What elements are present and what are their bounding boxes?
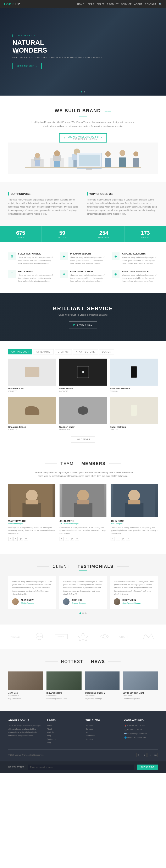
- test-dot-1[interactable]: [79, 613, 81, 614]
- hero-dot-2[interactable]: [84, 91, 85, 92]
- member-gp-2[interactable]: g+: [121, 537, 125, 541]
- tab-design[interactable]: Design: [99, 349, 114, 354]
- member-fb-1[interactable]: f: [60, 537, 64, 541]
- svg-rect-3: [35, 160, 40, 166]
- footer-pages-title: PAGES: [47, 719, 80, 721]
- news-thumb-1: [46, 672, 81, 690]
- logo-up: UP: [15, 2, 20, 6]
- hero-prev-arrow[interactable]: ‹: [14, 50, 19, 54]
- hero-eyebrow: DISCOVERY OF: [12, 34, 103, 37]
- stat-1: 675 LOREM: [0, 226, 41, 242]
- svg-point-20: [133, 151, 138, 156]
- feature-sliders-text: Premium Sliders There are many variation…: [70, 252, 106, 265]
- read-article-button[interactable]: READ ARTICLE →: [12, 63, 42, 69]
- footer-social-in[interactable]: in: [147, 753, 152, 757]
- footer-link-products[interactable]: Products: [86, 724, 119, 727]
- client-logo-1: BRAND: [31, 632, 48, 642]
- member-social-2: f t g+ in: [110, 537, 158, 541]
- portfolio-cat-1: GADGETS: [59, 390, 107, 392]
- member-in-2[interactable]: in: [126, 537, 130, 541]
- test-dot-3[interactable]: [85, 613, 87, 614]
- our-purpose-col: Our Purpose There are many variations of…: [8, 192, 79, 216]
- test-dot-2[interactable]: [82, 613, 84, 614]
- author-info-1: JOHN DOE Graphic Designer: [72, 599, 86, 604]
- member-tw-0[interactable]: t: [13, 537, 18, 541]
- search-icon[interactable]: 🔍: [159, 3, 162, 6]
- testimonial-dots: [8, 613, 158, 614]
- brilliant-subtitle: Gives You Power To Create Something Beau…: [8, 313, 158, 316]
- member-social-0: f t g+ in: [8, 537, 56, 541]
- show-video-button[interactable]: SHOW VIDEO: [69, 321, 97, 329]
- nav-about[interactable]: ABOUT: [134, 3, 142, 5]
- features-grid: ⊞ Fully Responsive There are many variat…: [8, 252, 158, 283]
- video-btn-label: SHOW VIDEO: [77, 324, 93, 326]
- news-grid: John Doe September 1 Big Article Here...…: [8, 672, 158, 700]
- stat-3: 254 WANSDOM: [83, 226, 125, 242]
- footer-social-tw[interactable]: t: [136, 753, 141, 757]
- footer-link-portfolio[interactable]: Portfolio: [47, 731, 80, 734]
- svg-point-2: [35, 153, 40, 158]
- member-fb-0[interactable]: f: [8, 537, 12, 541]
- testimonials-divider: [79, 570, 87, 571]
- load-more-button[interactable]: LOAD MORE: [71, 436, 95, 442]
- news-desc-0: Big Article Here...: [8, 698, 43, 700]
- hero-dot-1[interactable]: [81, 91, 82, 92]
- header: LOOK UP HOME IDEAS CRAFT PRODUCT SERVICE…: [0, 0, 166, 8]
- footer-link-home[interactable]: Home: [47, 724, 80, 727]
- create-website-button[interactable]: ✦ CREATE AWESOME WEB SITE Purchase & Ins…: [59, 133, 107, 143]
- brilliant-title: BRILLIANT SERVICE: [8, 306, 158, 311]
- member-in-0[interactable]: in: [24, 537, 28, 541]
- member-gp-1[interactable]: g+: [70, 537, 74, 541]
- member-tw-2[interactable]: t: [116, 537, 120, 541]
- newsletter-email-input[interactable]: [28, 765, 134, 770]
- tab-our-product[interactable]: Our Product: [8, 349, 32, 354]
- svg-point-6: [54, 150, 60, 156]
- portfolio-info-5: Paper Hot Cup IDENTITY: [110, 424, 158, 432]
- news-date-3: September 4: [123, 695, 158, 697]
- newsletter-label: NEWSLETTER: [8, 766, 25, 769]
- nav-craft[interactable]: CRAFT: [97, 3, 104, 5]
- plus-icon-2: +: [131, 369, 137, 375]
- nav-home[interactable]: HOME: [77, 3, 84, 5]
- member-in-1[interactable]: in: [75, 537, 79, 541]
- svg-text:VINTAGE: VINTAGE: [10, 636, 20, 638]
- portfolio-item-4: + Wooden Chair FURNITURE: [59, 397, 107, 432]
- member-tw-1[interactable]: t: [65, 537, 69, 541]
- portfolio-info-1: Smart Watch GADGETS: [59, 385, 107, 394]
- portfolio-info-0: Business Card IDENTITY: [8, 385, 56, 394]
- nav-ideas[interactable]: IDEAS: [87, 3, 94, 5]
- footer-link-updates[interactable]: Updates: [86, 738, 119, 741]
- nav-contact[interactable]: CONTACT: [145, 3, 156, 5]
- testimonial-text-2: There are many variations of passages of…: [114, 580, 154, 596]
- client-logo-0: VINTAGE: [9, 632, 26, 642]
- footer-link-contact[interactable]: Contact Us: [47, 738, 80, 741]
- footer-link-downloads[interactable]: Downloads: [86, 734, 119, 737]
- plus-icon-1: +: [80, 369, 86, 375]
- portfolio-item-0: + Business Card IDENTITY: [8, 359, 56, 394]
- footer-link-blog[interactable]: Blog: [47, 734, 80, 737]
- footer-link-support[interactable]: Support: [86, 731, 119, 734]
- testimonials-title: CLIENT TESTIMONIALS: [8, 564, 158, 569]
- footer-social-gp[interactable]: g: [142, 753, 146, 757]
- member-gp-0[interactable]: g+: [19, 537, 23, 541]
- tab-streaming[interactable]: Streaming: [33, 349, 54, 354]
- newsletter-subscribe-button[interactable]: SUBSCRIBE: [137, 765, 158, 770]
- footer-link-faq[interactable]: FAQ: [47, 741, 80, 744]
- portfolio-cat-0: IDENTITY: [8, 390, 56, 392]
- svg-rect-25: [23, 503, 41, 517]
- build-brand-title: WE BUILD BRAND ——: [8, 108, 158, 114]
- tab-graphic[interactable]: Graphic: [55, 349, 72, 354]
- footer-social-rss[interactable]: rss: [153, 753, 158, 757]
- footer-social-fb[interactable]: f: [131, 753, 135, 757]
- footer-link-services[interactable]: Services: [86, 727, 119, 731]
- tab-architecture[interactable]: Architecture: [73, 349, 98, 354]
- portfolio-info-4: Wooden Chair FURNITURE: [59, 424, 107, 432]
- clients-grid: VINTAGE BRAND STUDIO: [8, 632, 158, 642]
- member-fb-2[interactable]: f: [110, 537, 115, 541]
- nav-service[interactable]: SERVICE: [121, 3, 132, 5]
- nav-product[interactable]: PRODUCT: [107, 3, 119, 5]
- news-date-1: September 2: [46, 695, 81, 697]
- client-logo-6: [140, 632, 157, 642]
- portfolio-item-5: + Paper Hot Cup IDENTITY: [110, 397, 158, 432]
- footer-link-about[interactable]: About: [47, 727, 80, 731]
